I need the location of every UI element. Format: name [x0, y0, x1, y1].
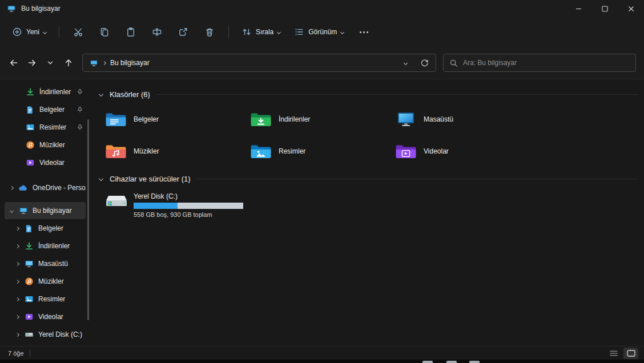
- back-button[interactable]: [5, 54, 22, 72]
- sidebar-item-videos[interactable]: Videolar: [5, 154, 86, 171]
- documents-folder-icon: [105, 111, 127, 128]
- taskbar-icon-fragment[interactable]: [469, 361, 480, 363]
- chevron-right-icon[interactable]: [15, 227, 19, 230]
- folder-tile-music[interactable]: Müzikler: [105, 140, 242, 163]
- drive-item-local-disk[interactable]: Yerel Disk (C:) 558 GB boş, 930 GB topla…: [105, 191, 641, 218]
- maximize-button[interactable]: [591, 0, 618, 17]
- taskbar-icon-fragment[interactable]: [422, 361, 433, 363]
- share-icon: [178, 27, 188, 37]
- sidebar-item-label: Resimler: [39, 123, 72, 131]
- chevron-down-icon: [341, 31, 344, 34]
- sidebar-item-music-child[interactable]: Müzikler: [5, 273, 86, 290]
- close-button[interactable]: [618, 0, 644, 17]
- up-button[interactable]: [59, 54, 77, 72]
- sidebar-item-downloads[interactable]: İndirilenler: [5, 83, 86, 100]
- sidebar-item-documents-child[interactable]: Belgeler: [5, 220, 86, 237]
- sidebar-scrollbar[interactable]: [87, 119, 89, 320]
- chevron-right-icon[interactable]: [9, 187, 14, 189]
- chevron-down-icon: [98, 92, 104, 96]
- this-pc-icon: [7, 4, 16, 13]
- folder-tile-documents[interactable]: Belgeler: [105, 108, 242, 131]
- search-input[interactable]: [463, 59, 630, 67]
- drive-info: Yerel Disk (C:) 558 GB boş, 930 GB topla…: [134, 191, 243, 218]
- cut-button[interactable]: [66, 22, 91, 42]
- new-plus-icon: [12, 27, 22, 37]
- sidebar-spacer: [0, 172, 91, 179]
- sidebar-item-downloads-child[interactable]: İndirilenler: [5, 237, 86, 255]
- chevron-down-icon[interactable]: [9, 209, 14, 212]
- more-options-button[interactable]: [351, 22, 376, 42]
- folders-section-title: Klasörler (6): [110, 90, 150, 99]
- sidebar-item-documents[interactable]: Belgeler: [5, 101, 86, 118]
- share-button[interactable]: [171, 22, 196, 42]
- rename-button[interactable]: [144, 22, 170, 42]
- sidebar-item-onedrive[interactable]: OneDrive - Perso: [5, 179, 86, 196]
- chevron-right-icon[interactable]: [15, 245, 19, 248]
- hard-drive-icon: [105, 191, 128, 211]
- details-view-button[interactable]: [606, 348, 621, 359]
- chevron-right-icon[interactable]: [15, 263, 19, 265]
- capacity-bar: [134, 203, 243, 209]
- refresh-button[interactable]: [416, 55, 432, 71]
- chevron-right-icon[interactable]: [15, 333, 19, 336]
- new-button[interactable]: Yeni: [6, 22, 53, 42]
- folder-tile-desktop[interactable]: Masaüstü: [395, 108, 532, 131]
- sidebar-item-pictures-child[interactable]: Resimler: [5, 291, 86, 308]
- file-explorer-window: Bu bilgisayar Yeni: [0, 0, 644, 363]
- videos-icon: [25, 158, 35, 167]
- chevron-right-icon[interactable]: [15, 316, 19, 318]
- sidebar-item-videos-child[interactable]: Videolar: [5, 308, 86, 325]
- hard-drive-icon: [24, 330, 34, 339]
- folder-tile-label: Videolar: [424, 147, 449, 155]
- delete-button[interactable]: [197, 22, 222, 42]
- folder-tile-pictures[interactable]: Resimler: [250, 140, 387, 163]
- recent-locations-button[interactable]: [41, 54, 59, 72]
- capacity-bar-fill: [134, 203, 178, 209]
- music-folder-icon: [105, 143, 127, 160]
- onedrive-cloud-icon: [18, 184, 28, 192]
- minimize-button[interactable]: [565, 0, 591, 17]
- sidebar-item-label: Belgeler: [39, 106, 72, 114]
- chevron-down-icon: [43, 31, 46, 34]
- search-icon: [449, 59, 458, 67]
- sidebar-item-label: Masaüstü: [38, 260, 86, 268]
- address-dropdown-button[interactable]: [399, 62, 412, 64]
- sidebar-item-pictures[interactable]: Resimler: [5, 119, 86, 136]
- downloads-icon: [24, 241, 34, 251]
- forward-button[interactable]: [23, 54, 41, 72]
- sidebar-item-label: İndirilenler: [38, 242, 86, 250]
- copy-button[interactable]: [92, 22, 117, 42]
- folder-tile-downloads[interactable]: İndirilenler: [250, 108, 387, 131]
- this-pc-icon: [90, 59, 98, 67]
- drive-name: Yerel Disk (C:): [134, 192, 243, 200]
- chevron-right-icon[interactable]: [15, 298, 19, 301]
- folders-section-header[interactable]: Klasörler (6): [97, 86, 641, 102]
- sort-button[interactable]: Sırala: [235, 22, 287, 42]
- sidebar-item-label: Bu bilgisayar: [33, 207, 86, 215]
- view-button[interactable]: Görünüm: [288, 22, 350, 42]
- sidebar-item-label: İndirilenler: [39, 88, 72, 96]
- sidebar-item-this-pc[interactable]: Bu bilgisayar: [5, 202, 86, 219]
- sidebar-item-desktop-child[interactable]: Masaüstü: [5, 255, 86, 272]
- address-bar[interactable]: Bu bilgisayar: [82, 54, 436, 72]
- sidebar-item-local-disk[interactable]: Yerel Disk (C:): [5, 326, 86, 343]
- sidebar-item-label: Belgeler: [38, 224, 86, 232]
- search-box[interactable]: [443, 54, 636, 72]
- taskbar-icon-fragment[interactable]: [446, 361, 457, 363]
- view-list-icon: [294, 27, 304, 37]
- chevron-right-icon[interactable]: [15, 280, 19, 283]
- new-button-label: Yeni: [26, 28, 39, 36]
- pictures-folder-icon: [250, 143, 272, 160]
- paste-button[interactable]: [118, 22, 143, 42]
- folder-tile-videos[interactable]: Videolar: [395, 140, 532, 163]
- devices-section-header[interactable]: Cihazlar ve sürücüler (1): [97, 171, 641, 187]
- sidebar-item-label: Müzikler: [39, 141, 86, 149]
- paste-icon: [126, 27, 136, 37]
- breadcrumb-item[interactable]: Bu bilgisayar: [110, 59, 150, 67]
- large-icons-view-button[interactable]: [623, 348, 638, 359]
- sidebar-item-music[interactable]: Müzikler: [5, 136, 86, 154]
- titlebar: Bu bilgisayar: [0, 0, 644, 17]
- pin-icon: [77, 106, 83, 113]
- breadcrumb-chevron-icon: [103, 62, 106, 64]
- pictures-icon: [24, 295, 34, 304]
